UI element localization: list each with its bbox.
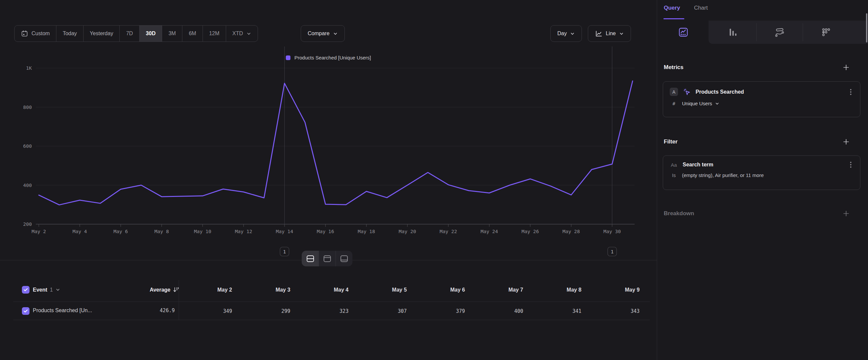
column-header[interactable]: May 6	[407, 287, 465, 293]
table-date-headers: May 2 May 3 May 4 May 5 May 6 May 7 May …	[179, 286, 640, 294]
aggregation-dropdown[interactable]: Unique Users	[682, 101, 719, 106]
svg-text:May 16: May 16	[317, 229, 334, 234]
svg-text:May 10: May 10	[194, 229, 211, 234]
svg-text:May 26: May 26	[522, 229, 539, 234]
add-metric-button[interactable]	[842, 63, 850, 72]
metric-card[interactable]: A Products Searched # Unique Users	[663, 81, 860, 117]
svg-text:May 28: May 28	[563, 229, 580, 234]
series-letter-badge: A	[670, 88, 678, 96]
svg-text:May 4: May 4	[72, 229, 87, 234]
metric-name: Products Searched	[695, 89, 843, 95]
main-panel: Custom Today Yesterday 7D 30D 3M 6M 12M …	[0, 0, 657, 360]
plus-icon	[842, 138, 850, 145]
table-cell: 323	[290, 308, 349, 314]
table-cell: 343	[582, 308, 640, 314]
aggregation-symbol: #	[670, 101, 678, 106]
layout-toggle-group	[302, 251, 352, 266]
svg-text:1K: 1K	[26, 65, 32, 71]
table-cell: 299	[232, 308, 290, 314]
svg-text:1: 1	[283, 249, 286, 254]
flows-icon	[774, 27, 785, 37]
svg-text:May 14: May 14	[276, 229, 293, 234]
chart-type-insights-tab[interactable]	[672, 21, 695, 44]
string-property-icon: Aa	[670, 162, 678, 168]
app-screen: Custom Today Yesterday 7D 30D 3M 6M 12M …	[0, 0, 868, 360]
column-header[interactable]: May 2	[179, 287, 232, 293]
filter-property-name: Search term	[683, 162, 843, 168]
column-header[interactable]: May 5	[348, 287, 407, 293]
table-cell: 341	[523, 308, 582, 314]
metric-menu-kebab-icon[interactable]	[847, 89, 854, 95]
svg-text:400: 400	[23, 183, 32, 188]
column-header[interactable]: May 7	[465, 287, 523, 293]
column-header[interactable]: May 3	[232, 287, 290, 293]
chevron-down-icon	[715, 101, 719, 106]
svg-text:May 30: May 30	[603, 229, 621, 234]
scrollbar-thumb[interactable]	[866, 13, 867, 43]
add-filter-button[interactable]	[842, 138, 850, 146]
tab-query[interactable]: Query	[664, 5, 680, 11]
svg-text:200: 200	[23, 222, 32, 227]
column-header[interactable]: May 8	[523, 287, 582, 293]
table-bottom-divider	[13, 320, 650, 320]
table-row-name[interactable]: Products Searched [Un...	[33, 307, 92, 313]
layout-chart-only-button[interactable]	[319, 251, 336, 266]
table-cell: 400	[465, 308, 523, 314]
svg-text:May 8: May 8	[155, 229, 169, 234]
svg-text:May 24: May 24	[481, 229, 498, 234]
layout-split-view-button[interactable]	[302, 251, 319, 266]
bar-chart-icon	[728, 27, 738, 37]
chart-type-metrics-tab[interactable]	[814, 21, 837, 44]
bottom-bar-layout-icon	[340, 255, 348, 263]
active-tab-underline	[663, 18, 684, 19]
svg-text:May 22: May 22	[440, 229, 457, 234]
sidebar-tabs: Query Chart	[664, 5, 708, 11]
layout-table-only-button[interactable]	[336, 251, 352, 266]
table-row-values: 349 299 323 307 379 400 341 343	[179, 307, 640, 315]
svg-text:800: 800	[23, 105, 32, 110]
select-all-checkbox[interactable]	[22, 286, 30, 294]
plus-icon	[842, 210, 850, 217]
column-header[interactable]: May 9	[582, 287, 640, 293]
table-cell: 379	[407, 308, 465, 314]
metrics-heading: Metrics	[664, 64, 684, 71]
filter-heading: Filter	[664, 138, 678, 145]
breakdown-heading: Breakdown	[664, 210, 694, 217]
chart-type-flows-tab[interactable]	[768, 21, 791, 44]
filter-condition-row: Is (empty string), Air purifier, or 11 m…	[663, 168, 860, 184]
svg-text:600: 600	[23, 143, 32, 149]
filter-operator[interactable]: Is	[670, 173, 678, 178]
event-column-header[interactable]: Event 1	[33, 286, 60, 294]
filter-card[interactable]: Aa Search term Is (empty string), Air pu…	[663, 156, 860, 190]
filter-card-row: Aa Search term	[663, 156, 860, 168]
metrics-dots-icon	[820, 27, 831, 37]
query-sidebar: Query Chart	[657, 0, 868, 360]
plus-icon	[842, 64, 850, 71]
split-view-icon	[306, 255, 315, 263]
check-icon	[23, 287, 28, 292]
chart-type-bar-tab[interactable]	[721, 21, 745, 44]
filter-menu-kebab-icon[interactable]	[847, 162, 854, 168]
svg-text:May 20: May 20	[399, 229, 416, 234]
table-row-average: 426.9	[99, 307, 175, 313]
svg-text:1: 1	[611, 249, 614, 254]
metric-aggregation-row: # Unique Users	[663, 96, 860, 112]
table-cell: 307	[348, 308, 407, 314]
svg-text:May 18: May 18	[358, 229, 375, 234]
svg-text:May 2: May 2	[31, 229, 46, 234]
svg-text:May 12: May 12	[235, 229, 252, 234]
add-breakdown-button[interactable]	[842, 209, 850, 218]
svg-text:May 6: May 6	[114, 229, 128, 234]
row-checkbox[interactable]	[22, 307, 30, 315]
table-cell: 349	[179, 308, 232, 314]
metric-card-row: A Products Searched	[663, 82, 860, 96]
column-header[interactable]: May 4	[290, 287, 349, 293]
top-bar-layout-icon	[323, 255, 332, 263]
tab-chart[interactable]: Chart	[694, 5, 708, 11]
strip-separator	[803, 23, 803, 41]
filter-value[interactable]: (empty string), Air purifier, or 11 more	[682, 172, 764, 178]
insights-chart-icon	[678, 27, 689, 37]
average-column-header[interactable]: Average	[93, 286, 180, 294]
check-icon	[23, 308, 28, 313]
table-header-divider	[13, 302, 650, 302]
